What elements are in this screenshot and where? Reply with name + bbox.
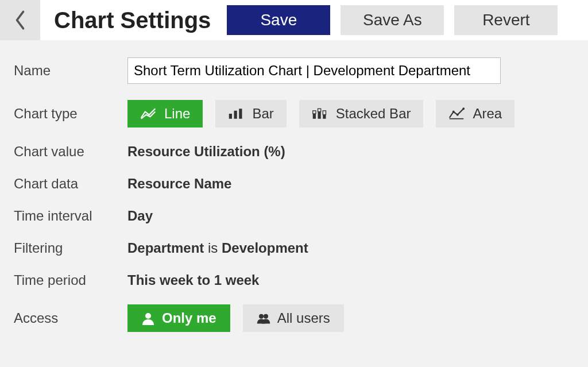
- value-time-interval[interactable]: Day: [127, 208, 153, 224]
- row-time-period: Time period This week to 1 week: [14, 272, 574, 288]
- back-button[interactable]: [0, 0, 40, 40]
- chart-type-bar[interactable]: Bar: [215, 100, 286, 128]
- label-time-interval: Time interval: [14, 208, 127, 224]
- chart-type-line[interactable]: Line: [127, 100, 203, 128]
- access-group: Only me All users: [127, 304, 344, 332]
- settings-form: Name Chart type Line Bar: [0, 40, 588, 332]
- svg-point-11: [463, 107, 465, 110]
- label-access: Access: [14, 310, 127, 326]
- svg-point-9: [452, 111, 455, 113]
- value-filtering[interactable]: Department is Development: [127, 240, 308, 256]
- area-chart-icon: [448, 107, 465, 120]
- svg-rect-4: [312, 111, 315, 114]
- svg-point-15: [264, 314, 268, 319]
- save-button[interactable]: Save: [227, 5, 330, 35]
- svg-rect-1: [234, 111, 237, 119]
- chart-type-line-label: Line: [164, 106, 190, 122]
- svg-rect-2: [239, 109, 242, 119]
- filter-value: Development: [222, 240, 308, 256]
- row-time-interval: Time interval Day: [14, 208, 574, 224]
- header-bar: Chart Settings Save Save As Revert: [0, 0, 588, 40]
- row-filtering: Filtering Department is Development: [14, 240, 574, 256]
- svg-point-14: [259, 314, 264, 319]
- chart-type-area[interactable]: Area: [436, 100, 514, 128]
- stacked-bar-chart-icon: [312, 107, 328, 120]
- value-time-period[interactable]: This week to 1 week: [127, 272, 259, 288]
- user-icon: [141, 311, 155, 325]
- line-chart-icon: [140, 107, 156, 120]
- access-all-users[interactable]: All users: [243, 304, 344, 332]
- row-name: Name: [14, 57, 574, 84]
- chart-type-bar-label: Bar: [252, 106, 273, 122]
- label-name: Name: [14, 63, 127, 79]
- chart-type-area-label: Area: [473, 106, 502, 122]
- users-icon: [257, 311, 270, 325]
- revert-button[interactable]: Revert: [454, 5, 558, 35]
- label-time-period: Time period: [14, 272, 127, 288]
- label-chart-value: Chart value: [14, 144, 127, 160]
- access-only-me[interactable]: Only me: [127, 304, 230, 332]
- row-chart-value: Chart value Resource Utilization (%): [14, 144, 574, 160]
- label-filtering: Filtering: [14, 240, 127, 256]
- svg-rect-0: [229, 114, 232, 119]
- page-title: Chart Settings: [40, 0, 227, 40]
- svg-point-13: [145, 313, 151, 319]
- label-chart-data: Chart data: [14, 176, 127, 192]
- svg-rect-7: [323, 115, 326, 119]
- header-buttons: Save Save As Revert: [227, 0, 569, 40]
- access-all-users-label: All users: [277, 310, 330, 326]
- chart-type-stacked-bar[interactable]: Stacked Bar: [299, 100, 424, 128]
- svg-rect-8: [323, 111, 326, 115]
- access-only-me-label: Only me: [162, 310, 216, 326]
- save-as-button[interactable]: Save As: [341, 5, 444, 35]
- row-access: Access Only me All users: [14, 304, 574, 332]
- label-chart-type: Chart type: [14, 106, 127, 122]
- chart-type-group: Line Bar Stacked Ba: [127, 100, 514, 128]
- value-chart-data[interactable]: Resource Name: [127, 176, 231, 192]
- filter-op: is: [204, 240, 222, 256]
- name-input[interactable]: [127, 57, 501, 84]
- row-chart-type: Chart type Line Bar: [14, 100, 574, 128]
- row-chart-data: Chart data Resource Name: [14, 176, 574, 192]
- filter-field: Department: [127, 240, 204, 256]
- svg-point-10: [457, 114, 459, 116]
- chart-type-stacked-bar-label: Stacked Bar: [336, 106, 411, 122]
- bar-chart-icon: [228, 107, 244, 120]
- svg-rect-5: [318, 112, 320, 119]
- value-chart-value[interactable]: Resource Utilization (%): [127, 144, 285, 160]
- svg-rect-3: [312, 114, 315, 119]
- svg-rect-6: [318, 109, 320, 111]
- chevron-left-icon: [14, 9, 26, 31]
